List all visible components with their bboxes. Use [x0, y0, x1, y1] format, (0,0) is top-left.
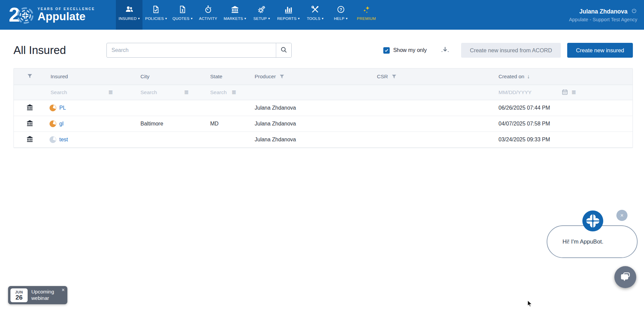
cell-created-on: 03/24/2025 09:33 PM	[498, 137, 633, 143]
calendar-button[interactable]	[561, 89, 568, 96]
webinar-banner[interactable]: JUN 26 Upcoming webinar ×	[8, 286, 67, 304]
help-icon: ?	[336, 4, 345, 15]
nav-label: MARKETS	[224, 17, 243, 21]
appubot-close-button[interactable]: ×	[616, 210, 627, 221]
download-button[interactable]	[441, 46, 450, 55]
insured-filter-input[interactable]	[51, 89, 108, 95]
nav-label: REPORTS	[277, 17, 296, 21]
cell-created-on: 04/07/2025 07:58 PM	[498, 121, 633, 127]
chevron-down-icon: ▾	[298, 17, 299, 20]
nav-label: HELP	[334, 17, 344, 21]
cell-producer: Julana Zhdanova	[255, 105, 377, 111]
chevron-down-icon: ▾	[138, 17, 140, 20]
chevron-down-icon: ▾	[322, 17, 323, 20]
show-my-only-checkbox[interactable]: Show my only	[383, 47, 427, 54]
column-header-city: City	[140, 74, 210, 80]
nav-label: ACTIVITY	[199, 17, 217, 21]
checkbox-checked-icon	[383, 47, 390, 54]
nav-item-tools[interactable]: TOOLS▾	[302, 0, 328, 30]
status-pie-icon	[50, 105, 56, 111]
webinar-close-button[interactable]: ×	[62, 287, 65, 293]
csr-filter-funnel-icon[interactable]	[391, 74, 397, 79]
nav-item-help[interactable]: ? HELP▾	[328, 0, 354, 30]
chevron-down-icon: ▾	[191, 17, 192, 20]
chevron-down-icon: ▾	[268, 17, 270, 20]
cell-city: Baltimore	[140, 121, 210, 127]
company-bank-icon	[26, 119, 34, 128]
company-bank-icon	[26, 135, 34, 144]
brand-name: Appulate	[37, 11, 95, 23]
mouse-cursor	[526, 300, 534, 308]
main-nav: INSURED▾ POLICIES▾ QUOTES▾ ACTIVITY	[116, 0, 379, 30]
created-on-filter-input[interactable]	[498, 89, 561, 95]
column-header-insured: Insured	[46, 74, 140, 80]
table-row: test Julana Zhdanova 03/24/2025 09:33 PM	[14, 132, 633, 148]
appubot-message: Hi! I'm AppuBot.	[547, 238, 603, 245]
insured-link[interactable]: gl	[59, 121, 63, 127]
create-from-acord-button[interactable]: Create new insured from ACORD	[461, 43, 561, 58]
sort-desc-icon[interactable]: ↓	[527, 74, 530, 80]
nav-item-markets[interactable]: MARKETS▾	[221, 0, 249, 30]
nav-item-premium[interactable]: PREMIUM	[354, 0, 379, 30]
main-search	[106, 43, 292, 58]
nav-item-policies[interactable]: POLICIES▾	[142, 0, 170, 30]
toolbar-right: Show my only Create new insured from ACO…	[383, 43, 633, 58]
table-row: gl Baltimore MD Julana Zhdanova 04/07/20…	[14, 116, 633, 132]
nav-item-quotes[interactable]: QUOTES▾	[170, 0, 195, 30]
nav-label: PREMIUM	[357, 17, 376, 21]
created-on-filter-menu-icon[interactable]: ≡	[572, 89, 576, 96]
nav-item-setup[interactable]: SETUP▾	[249, 0, 275, 30]
appubot-clover-icon	[582, 210, 604, 232]
webinar-month: JUN	[15, 290, 23, 294]
cell-created-on: 06/26/2025 07:44 PM	[498, 105, 633, 111]
quotes-document-icon	[178, 4, 187, 15]
nav-item-reports[interactable]: REPORTS▾	[275, 0, 302, 30]
webinar-day: 26	[15, 294, 23, 301]
column-header-csr: CSR	[377, 74, 498, 80]
state-filter-input[interactable]	[210, 89, 229, 95]
search-input[interactable]	[107, 47, 276, 53]
insured-link[interactable]: PL	[59, 105, 66, 111]
logout-power-icon[interactable]	[631, 8, 637, 16]
city-filter-input[interactable]	[140, 89, 180, 95]
chevron-down-icon: ▾	[245, 17, 246, 20]
create-new-insured-button[interactable]: Create new insured	[567, 43, 633, 58]
activity-stopwatch-icon	[204, 4, 213, 15]
svg-text:?: ?	[340, 7, 342, 12]
funnel-icon	[27, 73, 33, 80]
user-menu[interactable]: Julana Zhdanova Appulate - Support Test …	[569, 0, 644, 30]
nav-label: TOOLS	[307, 17, 320, 21]
insured-people-icon	[125, 4, 134, 15]
download-icon	[441, 46, 450, 55]
nav-label: POLICIES	[145, 17, 164, 21]
table-filter-row: ≡ ≡ ≡ ≡	[14, 85, 633, 100]
nav-item-activity[interactable]: ACTIVITY	[195, 0, 221, 30]
chat-launcher-button[interactable]	[614, 266, 636, 288]
search-icon	[280, 46, 288, 55]
page: 2 YEARS OF EXCELLENCE Appulate INS	[0, 0, 644, 311]
producer-filter-funnel-icon[interactable]	[279, 74, 285, 79]
brand-emblem-icon	[17, 7, 34, 24]
state-filter-menu-icon[interactable]: ≡	[232, 89, 236, 96]
table-header-row: Insured City State Producer CSR Created …	[14, 68, 633, 85]
chevron-down-icon: ▾	[346, 17, 348, 20]
insured-filter-menu-icon[interactable]: ≡	[108, 89, 113, 96]
page-title: All Insured	[13, 44, 106, 57]
city-filter-menu-icon[interactable]: ≡	[184, 89, 189, 96]
show-my-only-label: Show my only	[393, 47, 427, 53]
toolbar: All Insured Show my only Create new	[13, 43, 633, 58]
search-button[interactable]	[276, 43, 291, 57]
column-header-producer: Producer	[255, 74, 377, 80]
calendar-icon	[561, 89, 568, 96]
table-filter-button[interactable]	[14, 73, 46, 80]
column-header-state: State	[210, 74, 255, 80]
insured-link[interactable]: test	[59, 137, 68, 143]
brand-logo[interactable]: 2 YEARS OF EXCELLENCE Appulate	[0, 0, 95, 30]
insured-table: Insured City State Producer CSR Created …	[13, 68, 633, 148]
markets-bank-icon	[230, 4, 239, 15]
status-pie-icon	[50, 120, 56, 127]
nav-item-insured[interactable]: INSURED▾	[116, 0, 142, 30]
premium-sparkles-icon	[362, 4, 371, 15]
cell-producer: Julana Zhdanova	[255, 121, 377, 127]
tools-icon	[311, 4, 320, 15]
